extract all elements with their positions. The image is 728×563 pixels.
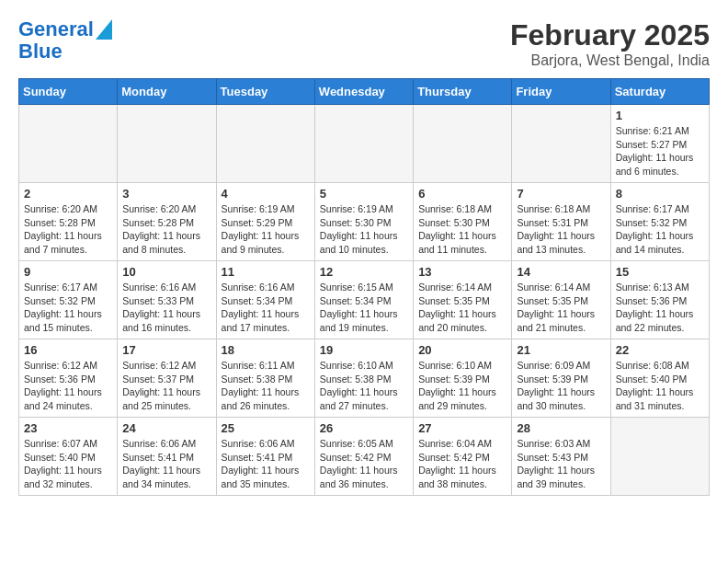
day-number: 20 xyxy=(418,343,506,357)
day-number: 23 xyxy=(24,421,112,435)
week-row-3: 9Sunrise: 6:17 AM Sunset: 5:32 PM Daylig… xyxy=(19,261,710,339)
calendar-cell: 17Sunrise: 6:12 AM Sunset: 5:37 PM Dayli… xyxy=(118,339,216,418)
day-detail: Sunrise: 6:06 AM Sunset: 5:41 PM Dayligh… xyxy=(222,437,310,491)
calendar-cell: 25Sunrise: 6:06 AM Sunset: 5:41 PM Dayli… xyxy=(216,418,314,496)
day-detail: Sunrise: 6:16 AM Sunset: 5:33 PM Dayligh… xyxy=(122,281,210,335)
weekday-header-sunday: Sunday xyxy=(19,79,118,105)
day-detail: Sunrise: 6:05 AM Sunset: 5:42 PM Dayligh… xyxy=(320,437,408,491)
day-detail: Sunrise: 6:18 AM Sunset: 5:30 PM Dayligh… xyxy=(418,202,506,257)
logo-text-line1: General xyxy=(18,18,94,40)
day-detail: Sunrise: 6:18 AM Sunset: 5:31 PM Dayligh… xyxy=(517,202,605,257)
weekday-header-thursday: Thursday xyxy=(414,79,512,105)
weekday-header-saturday: Saturday xyxy=(610,79,709,105)
calendar-cell: 3Sunrise: 6:20 AM Sunset: 5:28 PM Daylig… xyxy=(118,183,216,261)
calendar-cell xyxy=(118,105,216,183)
calendar-cell: 9Sunrise: 6:17 AM Sunset: 5:32 PM Daylig… xyxy=(19,261,118,339)
day-detail: Sunrise: 6:04 AM Sunset: 5:42 PM Dayligh… xyxy=(418,437,506,491)
day-number: 25 xyxy=(222,421,310,435)
day-number: 19 xyxy=(320,343,408,357)
calendar-cell: 15Sunrise: 6:13 AM Sunset: 5:36 PM Dayli… xyxy=(610,261,709,339)
calendar-cell: 21Sunrise: 6:09 AM Sunset: 5:39 PM Dayli… xyxy=(512,339,610,418)
day-detail: Sunrise: 6:09 AM Sunset: 5:39 PM Dayligh… xyxy=(517,359,605,413)
calendar-cell: 7Sunrise: 6:18 AM Sunset: 5:31 PM Daylig… xyxy=(512,183,610,261)
day-number: 10 xyxy=(122,265,210,279)
calendar-cell: 8Sunrise: 6:17 AM Sunset: 5:32 PM Daylig… xyxy=(610,183,709,261)
day-number: 7 xyxy=(517,187,605,201)
day-number: 15 xyxy=(616,265,704,279)
day-number: 4 xyxy=(222,187,310,201)
day-number: 21 xyxy=(517,343,605,357)
day-number: 17 xyxy=(122,343,210,357)
calendar-cell: 26Sunrise: 6:05 AM Sunset: 5:42 PM Dayli… xyxy=(314,418,413,496)
day-number: 2 xyxy=(24,187,112,201)
calendar-cell: 6Sunrise: 6:18 AM Sunset: 5:30 PM Daylig… xyxy=(414,183,512,261)
day-detail: Sunrise: 6:10 AM Sunset: 5:38 PM Dayligh… xyxy=(320,359,408,413)
calendar-cell: 16Sunrise: 6:12 AM Sunset: 5:36 PM Dayli… xyxy=(19,339,118,418)
day-number: 26 xyxy=(320,421,408,435)
calendar-cell: 19Sunrise: 6:10 AM Sunset: 5:38 PM Dayli… xyxy=(314,339,413,418)
day-detail: Sunrise: 6:16 AM Sunset: 5:34 PM Dayligh… xyxy=(222,281,310,335)
calendar-cell: 13Sunrise: 6:14 AM Sunset: 5:35 PM Dayli… xyxy=(414,261,512,339)
day-detail: Sunrise: 6:20 AM Sunset: 5:28 PM Dayligh… xyxy=(122,202,210,257)
calendar-cell xyxy=(216,105,314,183)
weekday-header-wednesday: Wednesday xyxy=(314,79,413,105)
title-area: February 2025 Barjora, West Bengal, Indi… xyxy=(510,18,710,69)
calendar-cell: 23Sunrise: 6:07 AM Sunset: 5:40 PM Dayli… xyxy=(19,418,118,496)
week-row-5: 23Sunrise: 6:07 AM Sunset: 5:40 PM Dayli… xyxy=(19,418,710,496)
calendar-cell xyxy=(610,418,709,496)
calendar-cell: 5Sunrise: 6:19 AM Sunset: 5:30 PM Daylig… xyxy=(314,183,413,261)
day-detail: Sunrise: 6:03 AM Sunset: 5:43 PM Dayligh… xyxy=(517,437,605,491)
week-row-2: 2Sunrise: 6:20 AM Sunset: 5:28 PM Daylig… xyxy=(19,183,710,261)
calendar-cell: 22Sunrise: 6:08 AM Sunset: 5:40 PM Dayli… xyxy=(610,339,709,418)
calendar-cell xyxy=(314,105,413,183)
logo-arrow-icon xyxy=(96,19,112,40)
calendar-cell xyxy=(414,105,512,183)
calendar-cell: 24Sunrise: 6:06 AM Sunset: 5:41 PM Dayli… xyxy=(118,418,216,496)
day-number: 6 xyxy=(418,187,506,201)
day-number: 16 xyxy=(24,343,112,357)
subtitle: Barjora, West Bengal, India xyxy=(510,52,710,69)
day-detail: Sunrise: 6:06 AM Sunset: 5:41 PM Dayligh… xyxy=(122,437,210,491)
logo-text-line2: Blue xyxy=(18,40,63,63)
calendar-cell: 14Sunrise: 6:14 AM Sunset: 5:35 PM Dayli… xyxy=(512,261,610,339)
weekday-header-tuesday: Tuesday xyxy=(216,79,314,105)
day-detail: Sunrise: 6:07 AM Sunset: 5:40 PM Dayligh… xyxy=(24,437,112,491)
day-detail: Sunrise: 6:12 AM Sunset: 5:36 PM Dayligh… xyxy=(24,359,112,413)
calendar-cell: 20Sunrise: 6:10 AM Sunset: 5:39 PM Dayli… xyxy=(414,339,512,418)
day-number: 28 xyxy=(517,421,605,435)
calendar-cell xyxy=(512,105,610,183)
day-number: 3 xyxy=(122,187,210,201)
calendar-cell: 10Sunrise: 6:16 AM Sunset: 5:33 PM Dayli… xyxy=(118,261,216,339)
week-row-1: 1Sunrise: 6:21 AM Sunset: 5:27 PM Daylig… xyxy=(19,105,710,183)
day-detail: Sunrise: 6:08 AM Sunset: 5:40 PM Dayligh… xyxy=(616,359,704,413)
day-detail: Sunrise: 6:12 AM Sunset: 5:37 PM Dayligh… xyxy=(122,359,210,413)
week-row-4: 16Sunrise: 6:12 AM Sunset: 5:36 PM Dayli… xyxy=(19,339,710,418)
calendar-header-row: SundayMondayTuesdayWednesdayThursdayFrid… xyxy=(19,79,710,105)
calendar-cell: 2Sunrise: 6:20 AM Sunset: 5:28 PM Daylig… xyxy=(19,183,118,261)
main-title: February 2025 xyxy=(510,18,710,52)
day-detail: Sunrise: 6:15 AM Sunset: 5:34 PM Dayligh… xyxy=(320,281,408,335)
day-detail: Sunrise: 6:11 AM Sunset: 5:38 PM Dayligh… xyxy=(222,359,310,413)
day-detail: Sunrise: 6:17 AM Sunset: 5:32 PM Dayligh… xyxy=(616,202,704,257)
day-detail: Sunrise: 6:21 AM Sunset: 5:27 PM Dayligh… xyxy=(616,124,704,178)
day-number: 18 xyxy=(222,343,310,357)
day-number: 9 xyxy=(24,265,112,279)
day-number: 22 xyxy=(616,343,704,357)
weekday-header-monday: Monday xyxy=(118,79,216,105)
day-detail: Sunrise: 6:14 AM Sunset: 5:35 PM Dayligh… xyxy=(418,281,506,335)
day-number: 12 xyxy=(320,265,408,279)
day-detail: Sunrise: 6:10 AM Sunset: 5:39 PM Dayligh… xyxy=(418,359,506,413)
day-number: 24 xyxy=(122,421,210,435)
day-detail: Sunrise: 6:19 AM Sunset: 5:30 PM Dayligh… xyxy=(320,202,408,257)
day-detail: Sunrise: 6:14 AM Sunset: 5:35 PM Dayligh… xyxy=(517,281,605,335)
calendar-cell: 28Sunrise: 6:03 AM Sunset: 5:43 PM Dayli… xyxy=(512,418,610,496)
logo: General Blue xyxy=(18,18,112,63)
day-number: 14 xyxy=(517,265,605,279)
header: General Blue February 2025 Barjora, West… xyxy=(18,18,710,69)
day-detail: Sunrise: 6:13 AM Sunset: 5:36 PM Dayligh… xyxy=(616,281,704,335)
calendar-cell: 11Sunrise: 6:16 AM Sunset: 5:34 PM Dayli… xyxy=(216,261,314,339)
day-number: 13 xyxy=(418,265,506,279)
day-detail: Sunrise: 6:20 AM Sunset: 5:28 PM Dayligh… xyxy=(24,202,112,257)
day-number: 1 xyxy=(616,109,704,122)
day-detail: Sunrise: 6:17 AM Sunset: 5:32 PM Dayligh… xyxy=(24,281,112,335)
